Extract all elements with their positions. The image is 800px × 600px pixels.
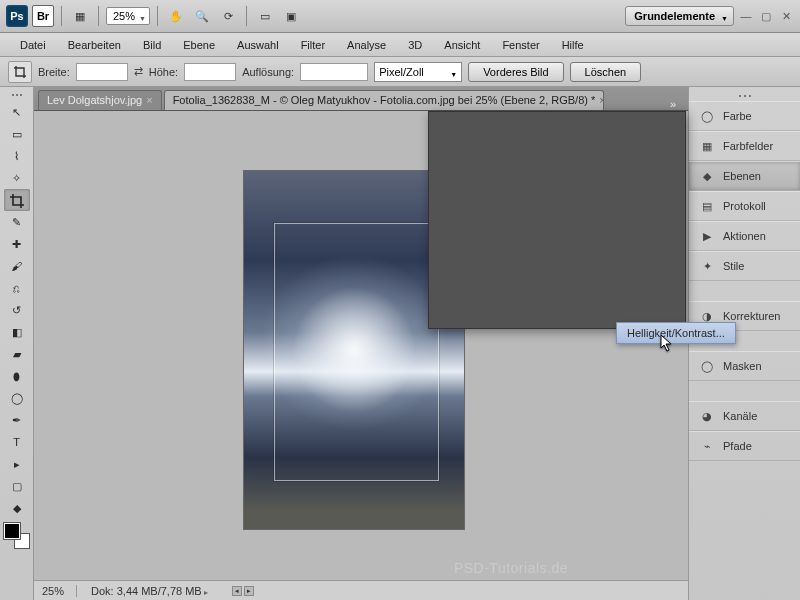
brush-tool-icon[interactable]: 🖌 (4, 255, 30, 277)
path-selection-tool-icon[interactable]: ▸ (4, 453, 30, 475)
zoom-level-select[interactable]: 25% (106, 7, 150, 25)
swap-dimensions-icon[interactable]: ⇄ (134, 65, 143, 78)
marquee-tool-icon[interactable]: ▭ (4, 123, 30, 145)
move-tool-icon[interactable]: ↖ (4, 101, 30, 123)
actions-panel-icon: ▶ (699, 228, 715, 244)
clone-stamp-tool-icon[interactable]: ⎌ (4, 277, 30, 299)
options-bar: Breite: ⇄ Höhe: Auflösung: Pixel/Zoll Vo… (0, 57, 800, 87)
panel-stile[interactable]: ✦Stile (689, 251, 800, 281)
panel-farbe[interactable]: ◯Farbe (689, 101, 800, 131)
panel-grip-icon[interactable] (689, 91, 800, 101)
height-label: Höhe: (149, 66, 178, 78)
type-tool-icon[interactable]: T (4, 431, 30, 453)
menu-hilfe[interactable]: Hilfe (552, 36, 594, 54)
horizontal-scrollbar[interactable]: ◂▸ (232, 585, 262, 597)
menu-datei[interactable]: Datei (10, 36, 56, 54)
status-doc-size[interactable]: Dok: 3,44 MB/7,78 MB (91, 585, 208, 597)
workspace-switcher[interactable]: Grundelemente (625, 6, 734, 26)
channels-panel-icon: ◕ (699, 408, 715, 424)
menu-3d[interactable]: 3D (398, 36, 432, 54)
photoshop-logo-icon: Ps (6, 5, 28, 27)
document-tab[interactable]: Fotolia_1362838_M - © Oleg Matyukhov - F… (164, 90, 604, 110)
blur-tool-icon[interactable]: ⬮ (4, 365, 30, 387)
crop-tool-preset-icon[interactable] (8, 61, 32, 83)
clear-button[interactable]: Löschen (570, 62, 642, 82)
screen-mode-icon[interactable]: ▣ (280, 5, 302, 27)
status-zoom[interactable]: 25% (42, 585, 77, 597)
crop-icon (13, 65, 27, 79)
swatches-panel-icon: ▦ (699, 138, 715, 154)
window-minimize-icon[interactable]: — (738, 9, 754, 23)
launch-mini-bridge-icon[interactable]: ▦ (69, 5, 91, 27)
height-input[interactable] (184, 63, 236, 81)
shape-tool-icon[interactable]: ▢ (4, 475, 30, 497)
arrange-documents-icon[interactable]: ▭ (254, 5, 276, 27)
window-maximize-icon[interactable]: ▢ (758, 9, 774, 23)
menu-bild[interactable]: Bild (133, 36, 171, 54)
menu-filter[interactable]: Filter (291, 36, 335, 54)
layers-panel-icon: ◆ (699, 168, 715, 184)
width-label: Breite: (38, 66, 70, 78)
panel-ebenen[interactable]: ◆Ebenen (689, 161, 800, 191)
document-tab-strip: Lev Dolgatshjov.jpg× Fotolia_1362838_M -… (34, 87, 688, 111)
masks-panel-icon: ◯ (699, 358, 715, 374)
3d-tool-icon[interactable]: ◆ (4, 497, 30, 519)
document-tab[interactable]: Lev Dolgatshjov.jpg× (38, 90, 162, 110)
gradient-tool-icon[interactable]: ▰ (4, 343, 30, 365)
toolbar-grip-icon[interactable] (5, 91, 29, 99)
menu-ansicht[interactable]: Ansicht (434, 36, 490, 54)
crop-marquee[interactable] (274, 223, 439, 481)
healing-brush-tool-icon[interactable]: ✚ (4, 233, 30, 255)
menu-ebene[interactable]: Ebene (173, 36, 225, 54)
color-panel-icon: ◯ (699, 108, 715, 124)
menu-auswahl[interactable]: Auswahl (227, 36, 289, 54)
resolution-input[interactable] (300, 63, 368, 81)
menu-bar: Datei Bearbeiten Bild Ebene Auswahl Filt… (0, 33, 800, 57)
bridge-logo-icon[interactable]: Br (32, 5, 54, 27)
lasso-tool-icon[interactable]: ⌇ (4, 145, 30, 167)
window-close-icon[interactable]: ✕ (778, 9, 794, 23)
floating-submenu-panel[interactable] (428, 111, 686, 329)
panel-protokoll[interactable]: ▤Protokoll (689, 191, 800, 221)
panel-pfade[interactable]: ⌁Pfade (689, 431, 800, 461)
zoom-tool-icon[interactable]: 🔍 (191, 5, 213, 27)
hand-tool-icon[interactable]: ✋ (165, 5, 187, 27)
eraser-tool-icon[interactable]: ◧ (4, 321, 30, 343)
close-tab-icon[interactable]: × (599, 91, 603, 110)
crop-tool-icon[interactable] (4, 189, 30, 211)
rotate-view-icon[interactable]: ⟳ (217, 5, 239, 27)
front-image-button[interactable]: Vorderes Bild (468, 62, 563, 82)
menu-bearbeiten[interactable]: Bearbeiten (58, 36, 131, 54)
width-input[interactable] (76, 63, 128, 81)
styles-panel-icon: ✦ (699, 258, 715, 274)
eyedropper-tool-icon[interactable]: ✎ (4, 211, 30, 233)
tab-overflow-icon[interactable]: » (662, 98, 684, 110)
foreground-color-swatch[interactable] (4, 523, 20, 539)
panel-farbfelder[interactable]: ▦Farbfelder (689, 131, 800, 161)
panel-kanaele[interactable]: ◕Kanäle (689, 401, 800, 431)
watermark: PSD-Tutorials.de (454, 560, 568, 576)
pen-tool-icon[interactable]: ✒ (4, 409, 30, 431)
menu-item-helligkeit-kontrast[interactable]: Helligkeit/Kontrast... (616, 322, 736, 344)
magic-wand-tool-icon[interactable]: ✧ (4, 167, 30, 189)
color-swatch[interactable] (4, 523, 30, 549)
history-brush-tool-icon[interactable]: ↺ (4, 299, 30, 321)
tool-column: ↖ ▭ ⌇ ✧ ✎ ✚ 🖌 ⎌ ↺ ◧ ▰ ⬮ ◯ ✒ T ▸ ▢ ◆ (0, 87, 34, 600)
dodge-tool-icon[interactable]: ◯ (4, 387, 30, 409)
menu-fenster[interactable]: Fenster (492, 36, 549, 54)
panel-aktionen[interactable]: ▶Aktionen (689, 221, 800, 251)
resolution-label: Auflösung: (242, 66, 294, 78)
application-topbar: Ps Br ▦ 25% ✋ 🔍 ⟳ ▭ ▣ Grundelemente — ▢ … (0, 0, 800, 33)
history-panel-icon: ▤ (699, 198, 715, 214)
close-tab-icon[interactable]: × (146, 91, 152, 110)
menu-analyse[interactable]: Analyse (337, 36, 396, 54)
status-bar: 25% Dok: 3,44 MB/7,78 MB ◂▸ (34, 580, 688, 600)
resolution-unit-select[interactable]: Pixel/Zoll (374, 62, 462, 82)
paths-panel-icon: ⌁ (699, 438, 715, 454)
panel-masken[interactable]: ◯Masken (689, 351, 800, 381)
